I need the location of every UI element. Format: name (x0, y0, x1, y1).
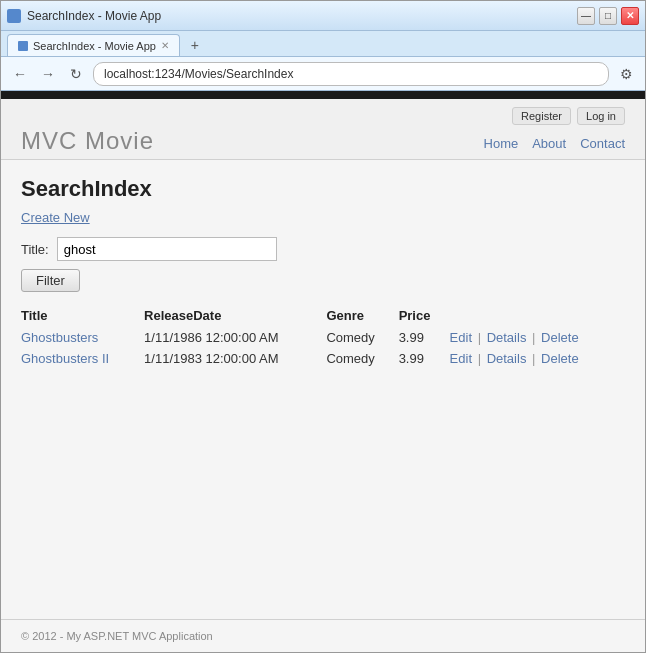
browser-favicon (7, 9, 21, 23)
cell-genre: Comedy (326, 348, 398, 369)
col-actions (450, 304, 625, 327)
cell-price: 3.99 (399, 348, 450, 369)
col-price: Price (399, 304, 450, 327)
cell-genre: Comedy (326, 327, 398, 348)
maximize-button[interactable]: □ (599, 7, 617, 25)
cell-releasedate: 1/11/1986 12:00:00 AM (144, 327, 326, 348)
cell-releasedate: 1/11/1983 12:00:00 AM (144, 348, 326, 369)
nav-contact[interactable]: Contact (580, 136, 625, 151)
page-wrapper: Register Log in MVC Movie Home About Con… (1, 91, 645, 652)
action-sep-2: | (532, 330, 535, 345)
title-bar: SearchIndex - Movie App — □ ✕ (1, 1, 645, 31)
address-bar: ← → ↻ ⚙ (1, 57, 645, 91)
action-sep-2: | (532, 351, 535, 366)
site-branding: MVC Movie Home About Contact (21, 127, 625, 155)
active-tab[interactable]: SearchIndex - Movie App ✕ (7, 34, 180, 56)
search-input[interactable] (57, 237, 277, 261)
forward-button[interactable]: → (37, 63, 59, 85)
tab-close-icon[interactable]: ✕ (161, 40, 169, 51)
search-label: Title: (21, 242, 49, 257)
action-sep-1: | (478, 351, 481, 366)
site-nav: Home About Contact (484, 136, 625, 155)
table-row: Ghostbusters II 1/11/1983 12:00:00 AM Co… (21, 348, 625, 369)
movie-title-link[interactable]: Ghostbusters II (21, 351, 109, 366)
cell-price: 3.99 (399, 327, 450, 348)
movie-title-link[interactable]: Ghostbusters (21, 330, 98, 345)
edit-link[interactable]: Edit (450, 330, 472, 345)
main-content: SearchIndex Create New Title: Filter Tit… (1, 160, 645, 619)
col-title: Title (21, 304, 144, 327)
cell-title: Ghostbusters (21, 327, 144, 348)
movie-table: Title ReleaseDate Genre Price Ghostbuste… (21, 304, 625, 369)
window-title: SearchIndex - Movie App (27, 9, 577, 23)
table-header-row: Title ReleaseDate Genre Price (21, 304, 625, 327)
nav-about[interactable]: About (532, 136, 566, 151)
minimize-button[interactable]: — (577, 7, 595, 25)
details-link[interactable]: Details (487, 351, 527, 366)
tab-label: SearchIndex - Movie App (33, 40, 156, 52)
cell-actions: Edit | Details | Delete (450, 327, 625, 348)
site-header: Register Log in MVC Movie Home About Con… (1, 99, 645, 159)
delete-link[interactable]: Delete (541, 330, 579, 345)
filter-button[interactable]: Filter (21, 269, 80, 292)
new-tab-button[interactable]: + (184, 34, 206, 56)
nav-home[interactable]: Home (484, 136, 519, 151)
register-button[interactable]: Register (512, 107, 571, 125)
site-footer: © 2012 - My ASP.NET MVC Application (1, 619, 645, 652)
close-button[interactable]: ✕ (621, 7, 639, 25)
action-sep-1: | (478, 330, 481, 345)
page-title: SearchIndex (21, 176, 625, 202)
col-releasedate: ReleaseDate (144, 304, 326, 327)
edit-link[interactable]: Edit (450, 351, 472, 366)
delete-link[interactable]: Delete (541, 351, 579, 366)
cell-actions: Edit | Details | Delete (450, 348, 625, 369)
footer-text: © 2012 - My ASP.NET MVC Application (21, 630, 213, 642)
reload-button[interactable]: ↻ (65, 63, 87, 85)
address-input[interactable] (93, 62, 609, 86)
filter-row: Filter (21, 269, 625, 292)
settings-button[interactable]: ⚙ (615, 63, 637, 85)
site-logo: MVC Movie (21, 127, 154, 155)
site-header-top: Register Log in (21, 107, 625, 125)
search-row: Title: (21, 237, 625, 261)
table-row: Ghostbusters 1/11/1986 12:00:00 AM Comed… (21, 327, 625, 348)
site-topbar (1, 91, 645, 99)
window-controls: — □ ✕ (577, 7, 639, 25)
tab-favicon (18, 41, 28, 51)
login-button[interactable]: Log in (577, 107, 625, 125)
details-link[interactable]: Details (487, 330, 527, 345)
cell-title: Ghostbusters II (21, 348, 144, 369)
col-genre: Genre (326, 304, 398, 327)
create-new-link[interactable]: Create New (21, 210, 90, 225)
browser-window: SearchIndex - Movie App — □ ✕ SearchInde… (0, 0, 646, 653)
tab-bar: SearchIndex - Movie App ✕ + (1, 31, 645, 57)
back-button[interactable]: ← (9, 63, 31, 85)
